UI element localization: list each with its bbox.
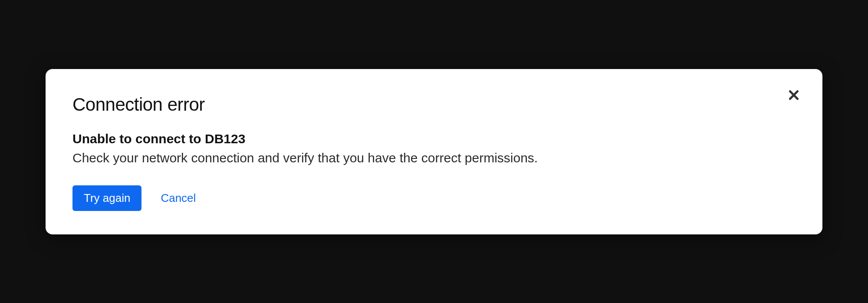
try-again-button[interactable]: Try again [72,185,141,211]
dialog-subtitle: Unable to connect to DB123 [72,132,796,146]
close-icon [788,89,799,102]
dialog-title: Connection error [72,94,796,115]
error-dialog: Connection error Unable to connect to DB… [46,69,822,234]
dialog-description: Check your network connection and verify… [72,151,796,165]
close-button[interactable] [787,89,801,103]
cancel-button[interactable]: Cancel [159,185,197,211]
dialog-actions: Try again Cancel [72,185,796,211]
